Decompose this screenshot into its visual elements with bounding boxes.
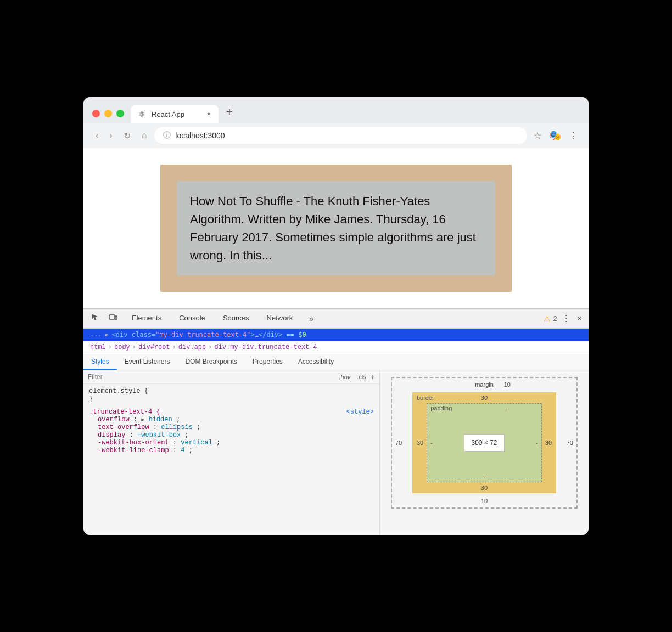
padding-box: padding - - 300 × 72 - - xyxy=(427,403,542,482)
add-style-button[interactable]: + xyxy=(371,373,375,381)
devtools-panels: :hov .cls + element.style { } xyxy=(83,370,589,535)
tab-close-button[interactable]: × xyxy=(207,110,211,118)
content-size: 300 × 72 xyxy=(471,439,497,447)
devtools-close-button[interactable]: × xyxy=(575,312,584,326)
styles-tab-event-listeners[interactable]: Event Listeners xyxy=(117,354,178,370)
styles-filter-bar: :hov .cls + xyxy=(83,370,379,384)
border-right-value: 30 xyxy=(545,439,552,446)
devtools-tabs: Elements Console Sources Network xyxy=(123,309,301,328)
more-tabs-button[interactable]: » xyxy=(304,310,319,328)
home-button[interactable]: ⌂ xyxy=(138,128,150,143)
devtools-toolbar-right: ⚠ 2 ⋮ × xyxy=(544,311,584,326)
tab-bar: ⚛ React App × + xyxy=(131,104,580,123)
styles-tab-dom-breakpoints[interactable]: DOM Breakpoints xyxy=(177,354,245,370)
dom-ellipsis: ... xyxy=(90,331,102,338)
margin-bottom-value: 10 xyxy=(481,498,488,504)
styles-content: element.style { } .truncate-text-4 { <st… xyxy=(83,384,379,535)
styles-tab-properties[interactable]: Properties xyxy=(245,354,290,370)
warning-icon: ⚠ xyxy=(544,314,551,323)
browser-window: ⚛ React App × + ‹ › ↻ ⌂ ⓘ localhost:3000… xyxy=(83,97,589,535)
style-close: } xyxy=(89,395,374,403)
style-source[interactable]: <style> xyxy=(346,408,374,416)
url-text: localhost:3000 xyxy=(175,131,518,140)
warning-badge: ⚠ 2 xyxy=(544,314,557,323)
breadcrumb-root[interactable]: div#root xyxy=(138,343,170,351)
border-left-value: 30 xyxy=(417,439,423,446)
style-rule-selector: .truncate-text-4 { xyxy=(89,408,160,416)
breadcrumb-html[interactable]: html xyxy=(90,343,106,351)
warning-count: 2 xyxy=(553,314,557,323)
content-box: How Not To Shuffle - The Knuth Fisher-Ya… xyxy=(160,165,512,292)
breadcrumb-body[interactable]: body xyxy=(114,343,130,351)
minimize-button[interactable] xyxy=(104,110,112,117)
device-toggle-button[interactable] xyxy=(105,309,121,328)
browser-tab[interactable]: ⚛ React App × xyxy=(131,105,219,123)
padding-top-dash: - xyxy=(505,405,507,411)
box-model: margin 10 10 70 70 border 30 30 30 30 xyxy=(391,377,578,509)
padding-bottom-dash: - xyxy=(483,474,485,481)
padding-left-dash: - xyxy=(430,439,433,446)
back-button[interactable]: ‹ xyxy=(92,128,102,143)
nav-right: ☆ 🎭 ⋮ xyxy=(531,127,580,144)
border-bottom-value: 30 xyxy=(481,484,488,491)
dom-expand-arrow[interactable]: ▶ xyxy=(105,331,109,338)
style-prop-display: display : −webkit-box ; xyxy=(89,431,374,439)
tab-sources[interactable]: Sources xyxy=(214,309,258,328)
border-top-value: 30 xyxy=(481,394,488,401)
title-bar: ⚛ React App × + xyxy=(83,97,589,123)
styles-tab-accessibility[interactable]: Accessibility xyxy=(290,354,341,370)
styles-tab-styles[interactable]: Styles xyxy=(83,354,117,370)
tab-elements[interactable]: Elements xyxy=(123,309,170,328)
style-selector: element.style { xyxy=(89,387,374,395)
new-tab-button[interactable]: + xyxy=(221,104,238,121)
more-button[interactable]: ⋮ xyxy=(567,128,580,143)
dom-inspector-line: ... ▶ <div class="my-div truncate-text-4… xyxy=(83,329,589,341)
cls-button[interactable]: .cls xyxy=(355,373,368,381)
tab-network[interactable]: Network xyxy=(258,309,302,328)
style-rule-element: element.style { } xyxy=(89,387,374,403)
style-rule-truncate: .truncate-text-4 { <style> overflow : ▶ … xyxy=(89,408,374,454)
hov-button[interactable]: :hov xyxy=(337,373,353,381)
nav-bar: ‹ › ↻ ⌂ ⓘ localhost:3000 ☆ 🎭 ⋮ xyxy=(83,123,589,148)
bookmark-button[interactable]: ☆ xyxy=(531,128,544,143)
svg-rect-1 xyxy=(115,316,117,319)
devtools-toolbar: Elements Console Sources Network » ⚠ 2 ⋮ xyxy=(83,309,589,329)
breadcrumb: html › body › div#root › div.app › div.m… xyxy=(83,341,589,354)
styles-filter-input[interactable] xyxy=(88,373,333,381)
border-box: border 30 30 30 30 padding - - 300 × xyxy=(412,392,556,493)
devtools: Elements Console Sources Network » ⚠ 2 ⋮ xyxy=(83,308,589,535)
margin-top-value: 10 xyxy=(504,381,511,388)
breadcrumb-current[interactable]: div.my-div.truncate-text-4 xyxy=(214,343,317,351)
element-picker-button[interactable] xyxy=(88,309,103,328)
style-prop-text-overflow: text-overflow : ellipsis ; xyxy=(89,424,374,431)
tab-console[interactable]: Console xyxy=(170,309,214,328)
padding-label: padding xyxy=(430,405,452,411)
devtools-kebab-button[interactable]: ⋮ xyxy=(559,311,573,326)
breadcrumb-app[interactable]: div.app xyxy=(178,343,206,351)
svg-rect-0 xyxy=(109,315,115,319)
reload-button[interactable]: ↻ xyxy=(120,128,134,143)
address-bar[interactable]: ⓘ localhost:3000 xyxy=(154,127,527,144)
traffic-lights xyxy=(92,110,124,117)
style-prop-webkit-box-orient: -webkit-box-orient : vertical ; xyxy=(89,439,374,447)
extensions-button[interactable]: 🎭 xyxy=(547,127,563,144)
close-button[interactable] xyxy=(92,110,100,117)
margin-right-value: 70 xyxy=(567,439,573,446)
styles-panel: :hov .cls + element.style { } xyxy=(83,370,380,535)
padding-right-dash: - xyxy=(536,439,538,446)
style-prop-overflow: overflow : ▶ hidden ; xyxy=(89,416,374,424)
style-prop-webkit-line-clamp: -webkit-line-clamp : 4 ; xyxy=(89,447,374,454)
styles-tabs-bar: Styles Event Listeners DOM Breakpoints P… xyxy=(83,354,589,370)
info-icon: ⓘ xyxy=(163,131,171,140)
dom-code: <div class="my-div truncate-text-4">…</d… xyxy=(112,331,306,338)
filter-right: :hov .cls + xyxy=(337,373,375,381)
forward-button[interactable]: › xyxy=(106,128,115,143)
content-box: 300 × 72 xyxy=(464,434,504,452)
tab-favicon-icon: ⚛ xyxy=(138,110,147,119)
border-label: border xyxy=(417,394,434,401)
box-model-panel: margin 10 10 70 70 border 30 30 30 30 xyxy=(380,370,589,535)
margin-left-value: 70 xyxy=(395,439,402,446)
article-text: How Not To Shuffle - The Knuth Fisher-Ya… xyxy=(177,181,495,275)
maximize-button[interactable] xyxy=(116,110,124,117)
margin-label: margin xyxy=(475,381,494,388)
